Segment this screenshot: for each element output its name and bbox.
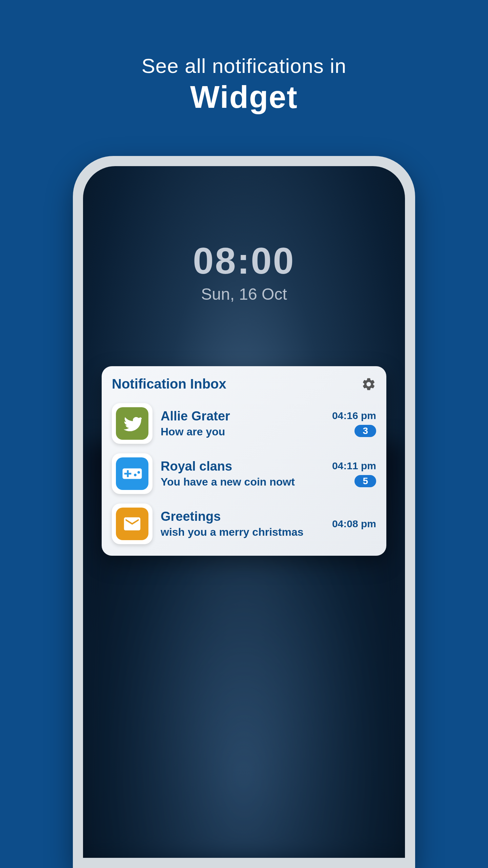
notification-meta: 04:11 pm 5 <box>332 460 376 487</box>
clock-date: Sun, 16 Oct <box>83 285 405 303</box>
mail-icon <box>116 508 148 540</box>
widget-title: Notification Inbox <box>112 376 226 392</box>
notification-title: Greetings <box>161 509 324 524</box>
app-icon <box>112 403 152 444</box>
notification-item[interactable]: Allie Grater How are you 04:16 pm 3 <box>112 398 376 449</box>
gamepad-icon <box>116 457 148 490</box>
notification-message: How are you <box>161 426 324 438</box>
notification-title: Allie Grater <box>161 409 324 423</box>
headline: See all notifications in Widget <box>0 0 488 115</box>
notification-meta: 04:16 pm 3 <box>332 410 376 437</box>
notification-message: wish you a merry christmas <box>161 526 324 538</box>
app-icon <box>112 504 152 544</box>
widget-header: Notification Inbox <box>112 376 376 392</box>
notification-meta: 04:08 pm <box>332 518 376 530</box>
notification-content: Allie Grater How are you <box>161 409 324 438</box>
notification-badge: 3 <box>354 425 376 437</box>
clock-time: 08:00 <box>83 239 405 282</box>
app-icon <box>112 453 152 494</box>
notification-message: You have a new coin nowt <box>161 476 324 488</box>
notification-item[interactable]: Greetings wish you a merry christmas 04:… <box>112 499 376 549</box>
clock-area: 08:00 Sun, 16 Oct <box>83 166 405 303</box>
notification-badge: 5 <box>354 475 376 487</box>
headline-top: See all notifications in <box>0 54 488 78</box>
bird-icon <box>116 407 148 440</box>
notification-content: Royal clans You have a new coin nowt <box>161 459 324 488</box>
notification-time: 04:16 pm <box>332 410 376 421</box>
gear-icon[interactable] <box>361 377 376 392</box>
notification-time: 04:08 pm <box>332 518 376 530</box>
notification-item[interactable]: Royal clans You have a new coin nowt 04:… <box>112 449 376 499</box>
notification-widget[interactable]: Notification Inbox Allie Grater How are <box>102 366 386 556</box>
phone-screen: 08:00 Sun, 16 Oct Notification Inbox <box>83 166 405 858</box>
headline-bottom: Widget <box>0 79 488 115</box>
notification-time: 04:11 pm <box>332 460 376 472</box>
phone-frame: 08:00 Sun, 16 Oct Notification Inbox <box>73 156 415 868</box>
notification-content: Greetings wish you a merry christmas <box>161 509 324 538</box>
notification-title: Royal clans <box>161 459 324 474</box>
